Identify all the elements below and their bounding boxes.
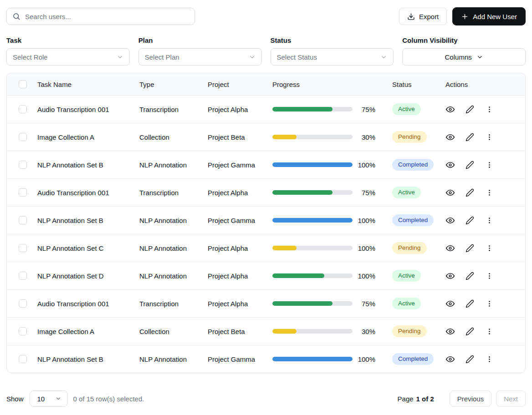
table-row: NLP Annotation Set B NLP Annotation Proj… — [7, 345, 525, 373]
task-role-select-value: Select Role — [13, 53, 48, 61]
progress-bar-fill — [272, 190, 332, 195]
edit-button[interactable] — [465, 188, 475, 197]
status-select-value: Select Status — [277, 53, 317, 61]
pencil-icon — [466, 272, 474, 280]
progress-percent-label: 30% — [355, 328, 375, 335]
view-button[interactable] — [445, 188, 455, 197]
eye-icon — [445, 160, 455, 170]
search-input[interactable] — [25, 13, 189, 20]
progress-percent-label: 100% — [355, 161, 375, 169]
view-button[interactable] — [445, 216, 455, 225]
progress-bar-track — [272, 246, 353, 250]
previous-page-button[interactable]: Previous — [450, 390, 491, 407]
header-checkbox-cell — [7, 80, 32, 88]
dots-vertical-icon — [486, 189, 493, 197]
plan-select-value: Select Plan — [145, 53, 179, 61]
more-actions-button[interactable] — [485, 188, 494, 197]
project-cell: Project Gamma — [203, 355, 267, 363]
page-size-select[interactable]: 10 — [30, 390, 68, 407]
row-checkbox[interactable] — [19, 133, 27, 141]
view-button[interactable] — [445, 327, 455, 336]
dots-vertical-icon — [486, 272, 493, 280]
progress-percent-label: 30% — [355, 133, 375, 141]
export-button[interactable]: Export — [399, 8, 447, 25]
row-checkbox[interactable] — [19, 272, 27, 280]
more-actions-button[interactable] — [485, 216, 494, 225]
filter-status: Status Select Status — [271, 36, 394, 66]
view-button[interactable] — [445, 271, 455, 281]
task-role-select[interactable]: Select Role — [6, 48, 130, 66]
view-button[interactable] — [445, 243, 455, 253]
row-checkbox[interactable] — [19, 355, 27, 363]
progress-cell: 100% — [267, 355, 381, 363]
progress-bar-fill — [272, 107, 332, 111]
progress-bar-fill — [272, 218, 353, 223]
row-checkbox[interactable] — [19, 161, 27, 169]
progress-cell: 30% — [267, 133, 381, 141]
table-row: NLP Annotation Set B NLP Annotation Proj… — [7, 206, 525, 234]
more-actions-button[interactable] — [485, 271, 494, 281]
row-checkbox[interactable] — [19, 188, 27, 197]
row-checkbox[interactable] — [19, 244, 27, 252]
view-button[interactable] — [445, 160, 455, 170]
next-page-button[interactable]: Next — [496, 390, 526, 407]
edit-button[interactable] — [465, 132, 475, 142]
more-actions-button[interactable] — [485, 132, 494, 142]
progress-bar-track — [272, 301, 353, 306]
row-checkbox[interactable] — [19, 105, 27, 113]
edit-button[interactable] — [465, 271, 475, 281]
view-button[interactable] — [445, 299, 455, 309]
progress-percent-label: 75% — [355, 300, 375, 308]
more-actions-button[interactable] — [485, 354, 494, 364]
edit-button[interactable] — [465, 105, 475, 114]
add-new-user-button[interactable]: Add New User — [452, 7, 526, 25]
row-checkbox[interactable] — [19, 299, 27, 308]
edit-button[interactable] — [465, 160, 475, 170]
chevron-down-icon — [117, 54, 123, 61]
view-button[interactable] — [445, 354, 455, 364]
status-select[interactable]: Select Status — [271, 48, 394, 66]
status-badge: Pending — [392, 242, 427, 254]
edit-button[interactable] — [465, 243, 475, 253]
view-button[interactable] — [445, 132, 455, 142]
select-all-checkbox[interactable] — [19, 80, 27, 88]
progress-cell: 75% — [267, 300, 381, 308]
progress-cell: 75% — [267, 106, 381, 113]
add-new-user-label: Add New User — [473, 13, 517, 20]
filter-plan: Plan Select Plan — [138, 36, 262, 66]
progress-cell: 100% — [267, 272, 381, 280]
more-actions-button[interactable] — [485, 299, 494, 309]
plan-select[interactable]: Select Plan — [138, 48, 262, 66]
more-actions-button[interactable] — [485, 105, 494, 114]
dots-vertical-icon — [486, 328, 493, 335]
pencil-icon — [466, 327, 474, 336]
search-box[interactable] — [6, 8, 195, 25]
row-checkbox[interactable] — [19, 216, 27, 224]
columns-visibility-button[interactable]: Columns — [402, 48, 526, 66]
pencil-icon — [466, 188, 474, 197]
edit-button[interactable] — [465, 354, 475, 364]
type-cell: Collection — [134, 328, 203, 335]
more-actions-button[interactable] — [485, 160, 494, 170]
type-cell: Transcription — [134, 106, 203, 113]
status-badge: Active — [392, 103, 421, 115]
filter-columns: Column Visibility Columns — [402, 36, 526, 66]
row-checkbox[interactable] — [19, 327, 27, 335]
pencil-icon — [466, 299, 474, 308]
table-row: Audio Transcription 001 Transcription Pr… — [7, 95, 525, 123]
edit-button[interactable] — [465, 327, 475, 336]
eye-icon — [445, 299, 455, 309]
edit-button[interactable] — [465, 299, 475, 309]
more-actions-button[interactable] — [485, 327, 494, 336]
progress-bar-track — [272, 135, 353, 139]
task-name-cell: NLP Annotation Set D — [32, 272, 134, 280]
table-body: Audio Transcription 001 Transcription Pr… — [7, 95, 525, 373]
progress-bar-fill — [272, 135, 297, 139]
edit-button[interactable] — [465, 216, 475, 225]
filter-task-label: Task — [6, 36, 130, 44]
view-button[interactable] — [445, 105, 455, 114]
project-cell: Project Alpha — [203, 272, 267, 280]
more-actions-button[interactable] — [485, 243, 494, 253]
eye-icon — [445, 188, 455, 197]
type-cell: Transcription — [134, 300, 203, 308]
